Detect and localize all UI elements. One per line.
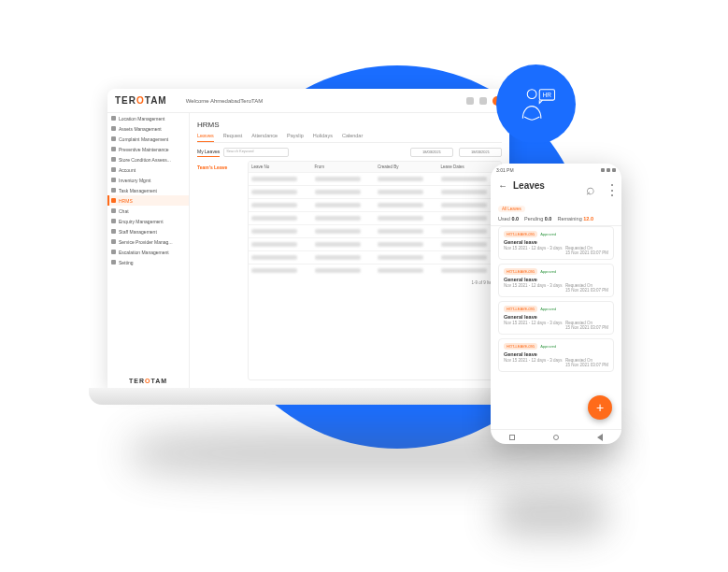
sidebar-item-enquiry-management[interactable]: Enquiry Management (107, 216, 189, 226)
sidebar-item-task-management[interactable]: Task Management (107, 185, 189, 195)
welcome-text: Welcome AhmedabadTeroTAM (186, 98, 263, 104)
requested-on: Requested On15 Nov 2021 03:07 PM (565, 321, 608, 330)
filter-row: My Leaves Search Keyword 18/03/2021 18/0… (197, 147, 502, 157)
menu-icon (111, 116, 116, 121)
search-input[interactable]: Search Keyword (223, 148, 289, 157)
sidebar-item-hrms[interactable]: HRMS (107, 195, 189, 206)
status-bar: 3:01 PM (491, 164, 621, 177)
summary-used: Used 0.0 (498, 216, 519, 222)
table-row[interactable] (249, 185, 501, 198)
leave-card[interactable]: HOT-LEAVE-095ApprovedGeneral leaveNov 15… (498, 264, 614, 297)
table-row[interactable] (249, 172, 501, 185)
sidebar-item-setting[interactable]: Setting (107, 257, 189, 267)
status-badge: Approved (540, 307, 556, 311)
laptop-base (89, 388, 528, 405)
sidebar-item-chat[interactable]: Chat (107, 206, 189, 216)
filter-pill[interactable]: All Leaves (498, 206, 525, 212)
sidebar-item-service-provider-manag-[interactable]: Service Provider Manag... (107, 236, 189, 247)
leaves-table: Leave NoFromCreated ByLeave Dates 1-9 of… (248, 161, 502, 380)
subtab-my-leaves[interactable]: My Leaves (197, 147, 220, 157)
leave-card[interactable]: HOT-LEAVE-095ApprovedGeneral leaveNov 15… (498, 338, 614, 372)
sidebar-item-inventory-mgmt[interactable]: Inventory Mgmt (107, 175, 189, 185)
menu-icon (111, 198, 116, 203)
table-row[interactable] (249, 198, 501, 211)
sidebar-item-escalation-management[interactable]: Escalation Management (107, 247, 189, 257)
table-row[interactable] (249, 211, 501, 224)
tab-attendance[interactable]: Attendance (251, 133, 278, 142)
page-title: HRMS (197, 121, 502, 129)
date-to[interactable]: 18/03/2021 (459, 148, 502, 157)
menu-icon (111, 229, 116, 234)
sidebar: Location ManagementAssets ManagementComp… (107, 113, 190, 388)
summary-pending: Pending 0.0 (524, 216, 551, 222)
menu-icon (111, 260, 116, 265)
col-from: From (312, 162, 376, 172)
col-leave-dates: Leave Dates (438, 162, 502, 172)
notification-icon[interactable] (466, 97, 474, 105)
team-leave-label[interactable]: Team's Leave (197, 161, 242, 174)
tab-request[interactable]: Request (223, 133, 243, 142)
menu-icon (111, 167, 116, 172)
leave-type: General leave (504, 277, 608, 282)
nav-recent-icon[interactable] (509, 435, 515, 440)
status-badge: Approved (540, 344, 556, 349)
table-row[interactable] (249, 250, 501, 264)
menu-icon (111, 147, 116, 151)
tab-payslip[interactable]: Payslip (287, 133, 304, 142)
tab-bar: LeavesRequestAttendancePayslipHolidaysCa… (197, 133, 502, 143)
status-badge: Approved (540, 232, 556, 236)
add-leave-button[interactable]: + (588, 395, 612, 420)
menu-icon (111, 239, 116, 244)
date-from[interactable]: 18/03/2021 (410, 148, 453, 157)
table-row[interactable] (249, 237, 501, 250)
status-time: 3:01 PM (496, 167, 514, 173)
requested-on: Requested On15 Nov 2021 03:07 PM (565, 246, 608, 255)
leave-type: General leave (504, 314, 608, 320)
leave-summary: Used 0.0 Pending 0.0 Remaining 12.0 (491, 214, 621, 226)
search-icon[interactable]: ⌕ (586, 181, 595, 191)
mobile-header: ← Leaves ⌕ ⋮ (491, 177, 621, 194)
tab-calendar[interactable]: Calendar (342, 133, 363, 142)
sidebar-item-location-management[interactable]: Location Management (107, 113, 189, 123)
leave-card[interactable]: HOT-LEAVE-095ApprovedGeneral leaveNov 15… (498, 301, 614, 335)
menu-icon (111, 126, 116, 131)
menu-icon (111, 178, 116, 182)
sidebar-item-complaint-management[interactable]: Complaint Management (107, 134, 189, 144)
pager: 1-9 of 9 Items (249, 277, 501, 289)
sidebar-item-account[interactable]: Account (107, 164, 189, 175)
leave-badge: HOT-LEAVE-095 (504, 231, 537, 237)
sidebar-item-store-condition-assess-[interactable]: Store Condition Assess... (107, 154, 189, 164)
filter-icon[interactable]: ⋮ (605, 181, 614, 191)
leave-badge: HOT-LEAVE-095 (504, 343, 537, 350)
sidebar-item-assets-management[interactable]: Assets Management (107, 123, 189, 134)
tab-holidays[interactable]: Holidays (313, 133, 333, 142)
sidebar-item-preventive-maintenance[interactable]: Preventive Maintenance (107, 144, 189, 154)
laptop: TEROTAM Welcome AhmedabadTeroTAM Locatio… (107, 89, 509, 425)
table-row[interactable] (249, 264, 501, 277)
nav-home-icon[interactable] (553, 435, 559, 440)
sidebar-item-staff-management[interactable]: Staff Management (107, 226, 189, 236)
svg-text:HR: HR (542, 91, 551, 97)
brand-logo-small: TEROTAM (129, 378, 167, 384)
mobile-title: Leaves (513, 180, 545, 191)
table-row[interactable] (249, 224, 501, 237)
leave-card[interactable]: HOT-LEAVE-095ApprovedGeneral leaveNov 15… (498, 226, 614, 260)
wifi-icon (601, 168, 605, 172)
menu-icon (111, 250, 116, 254)
nav-back-icon[interactable] (597, 434, 603, 441)
menu-icon (111, 219, 116, 223)
hr-icon-badge: HR (496, 64, 576, 144)
app-header: TEROTAM Welcome AhmedabadTeroTAM (107, 89, 509, 113)
battery-icon (612, 168, 616, 172)
phone-shadow (495, 491, 607, 537)
menu-icon (111, 136, 116, 141)
mobile-app: 3:01 PM ← Leaves ⌕ ⋮ All Leaves Used 0.0… (491, 164, 621, 444)
main-content: HRMS LeavesRequestAttendancePayslipHolid… (190, 113, 509, 388)
leave-meta: Nov 15 2021 - 12 days - 3 days (504, 283, 563, 293)
menu-icon (111, 157, 116, 162)
tab-leaves[interactable]: Leaves (197, 133, 214, 142)
leave-meta: Nov 15 2021 - 12 days - 3 days (504, 321, 563, 330)
leave-meta: Nov 15 2021 - 12 days - 3 days (504, 358, 563, 367)
back-icon[interactable]: ← (498, 180, 507, 191)
help-icon[interactable] (479, 97, 487, 105)
